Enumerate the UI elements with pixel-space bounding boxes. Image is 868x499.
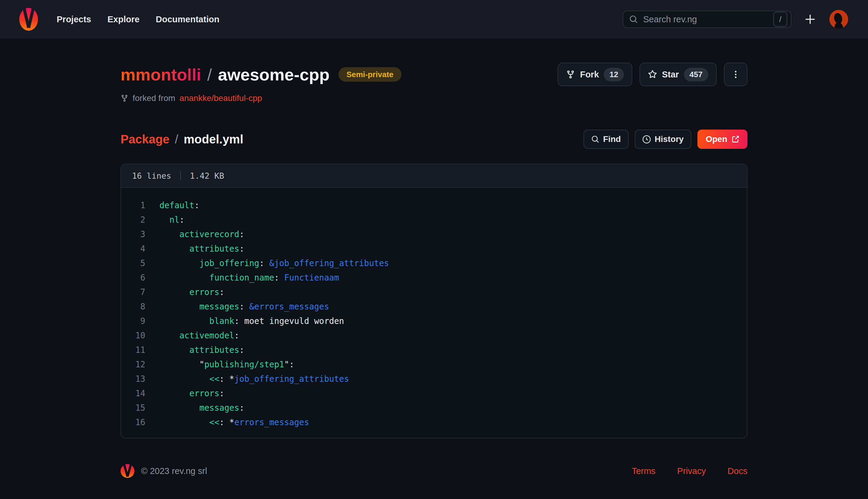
fork-count-badge: 12: [604, 68, 624, 81]
nav-link-explore[interactable]: Explore: [107, 0, 139, 39]
footer-link-terms[interactable]: Terms: [632, 466, 656, 476]
breadcrumb-package-link[interactable]: Package: [121, 133, 169, 146]
main-content: mmontolli / awesome-cpp Semi-private For…: [121, 63, 747, 438]
nav-link-projects[interactable]: Projects: [57, 0, 91, 39]
code-text: default:: [159, 200, 199, 210]
code-text: job_offering: &job_offering_attributes: [159, 258, 389, 268]
code-text: nl:: [159, 215, 184, 224]
code-line: 5 job_offering: &job_offering_attributes: [121, 256, 747, 270]
visibility-badge: Semi-private: [339, 67, 401, 82]
fork-button[interactable]: Fork 12: [558, 63, 632, 86]
line-number: 5: [131, 258, 145, 268]
history-button[interactable]: History: [635, 130, 692, 149]
search-input[interactable]: [643, 14, 773, 25]
revng-logo-icon-small: [121, 464, 134, 478]
find-search-icon: [591, 135, 599, 143]
repo-owner-link[interactable]: mmontolli: [121, 65, 201, 84]
code-text: "publishing/step1":: [159, 360, 294, 369]
kebab-menu-icon: [731, 70, 740, 79]
line-number: 10: [131, 331, 145, 340]
code-text: messages:: [159, 403, 244, 413]
code-line: 7 errors:: [121, 285, 747, 299]
file-meta-bar: 16 lines 1.42 KB: [121, 164, 747, 188]
fork-icon: [566, 70, 575, 79]
forked-from-line: forked from anankke/beautiful-cpp: [121, 92, 747, 104]
line-number: 2: [131, 215, 145, 224]
star-button[interactable]: Star 457: [639, 63, 717, 86]
code-text: messages: &errors_messages: [159, 302, 329, 311]
code-line: 2 nl:: [121, 212, 747, 227]
find-button-label: Find: [603, 134, 621, 144]
footer-logo[interactable]: [121, 464, 134, 478]
code-text: activemodel:: [159, 331, 239, 340]
code-text: errors:: [159, 287, 224, 297]
revng-logo-icon: [19, 8, 38, 31]
search-box[interactable]: /: [623, 11, 792, 28]
line-number: 4: [131, 244, 145, 253]
code-line: 11 attributes:: [121, 343, 747, 357]
external-link-icon: [731, 135, 739, 144]
code-line: 12 "publishing/step1":: [121, 357, 747, 372]
history-clock-icon: [643, 135, 651, 144]
fork-icon-small: [121, 94, 129, 102]
file-viewer-card: 16 lines 1.42 KB 1default:2 nl:3 activer…: [121, 163, 747, 438]
line-number: 1: [131, 200, 145, 210]
more-options-button[interactable]: [724, 63, 747, 86]
add-new-button[interactable]: [804, 13, 816, 25]
file-actions: Find History Open: [584, 130, 747, 149]
breadcrumb-separator: /: [175, 133, 178, 146]
meta-divider: [180, 171, 181, 180]
line-number: 3: [131, 229, 145, 239]
plus-icon: [804, 13, 816, 25]
top-navigation-bar: Projects Explore Documentation /: [0, 0, 868, 39]
repo-title: mmontolli / awesome-cpp Semi-private: [121, 65, 402, 84]
footer-link-privacy[interactable]: Privacy: [677, 466, 706, 476]
line-number: 16: [131, 417, 145, 427]
code-text: function_name: Functienaam: [159, 273, 339, 282]
footer-brand: © 2023 rev.ng srl: [121, 464, 207, 478]
code-line: 3 activerecord:: [121, 227, 747, 241]
file-size: 1.42 KB: [190, 171, 224, 181]
file-breadcrumb-row: Package / model.yml Find History Open: [121, 130, 747, 149]
find-button[interactable]: Find: [584, 130, 629, 149]
forked-from-text: forked from: [133, 94, 175, 103]
repo-header: mmontolli / awesome-cpp Semi-private For…: [121, 63, 747, 86]
star-button-label: Star: [662, 70, 679, 80]
line-number: 7: [131, 287, 145, 297]
repo-title-separator: /: [207, 65, 212, 84]
code-line: 16 <<: *errors_messages: [121, 415, 747, 429]
file-line-count: 16 lines: [132, 171, 171, 181]
breadcrumb-filename: model.yml: [184, 133, 243, 146]
line-number: 8: [131, 302, 145, 311]
line-number: 13: [131, 374, 145, 384]
code-line: 1default:: [121, 198, 747, 212]
repo-actions: Fork 12 Star 457: [558, 63, 747, 86]
user-avatar[interactable]: [829, 10, 848, 29]
search-shortcut-key: /: [773, 12, 787, 27]
code-line: 14 errors:: [121, 386, 747, 400]
repo-name-link[interactable]: awesome-cpp: [218, 65, 329, 84]
code-line: 4 attributes:: [121, 241, 747, 256]
code-line: 9 blank: moet ingevuld worden: [121, 314, 747, 328]
open-button[interactable]: Open: [697, 130, 747, 149]
code-line: 13 <<: *job_offering_attributes: [121, 372, 747, 386]
nav-link-documentation[interactable]: Documentation: [156, 0, 219, 39]
forked-from-link[interactable]: anankke/beautiful-cpp: [180, 94, 262, 103]
search-icon: [629, 15, 638, 24]
line-number: 12: [131, 360, 145, 369]
code-text: activerecord:: [159, 229, 244, 239]
avatar-portrait: [829, 10, 848, 29]
page-footer: © 2023 rev.ng srl Terms Privacy Docs: [0, 457, 868, 485]
code-text: attributes:: [159, 345, 244, 355]
code-text: errors:: [159, 388, 224, 398]
fork-button-label: Fork: [580, 70, 599, 80]
star-icon: [648, 70, 657, 79]
open-button-label: Open: [706, 134, 727, 144]
footer-link-docs[interactable]: Docs: [728, 466, 747, 476]
code-line: 8 messages: &errors_messages: [121, 299, 747, 314]
line-number: 6: [131, 273, 145, 282]
nav-links: Projects Explore Documentation: [57, 0, 219, 39]
brand-logo[interactable]: [19, 8, 38, 31]
code-line: 6 function_name: Functienaam: [121, 270, 747, 285]
code-text: <<: *errors_messages: [159, 417, 309, 427]
